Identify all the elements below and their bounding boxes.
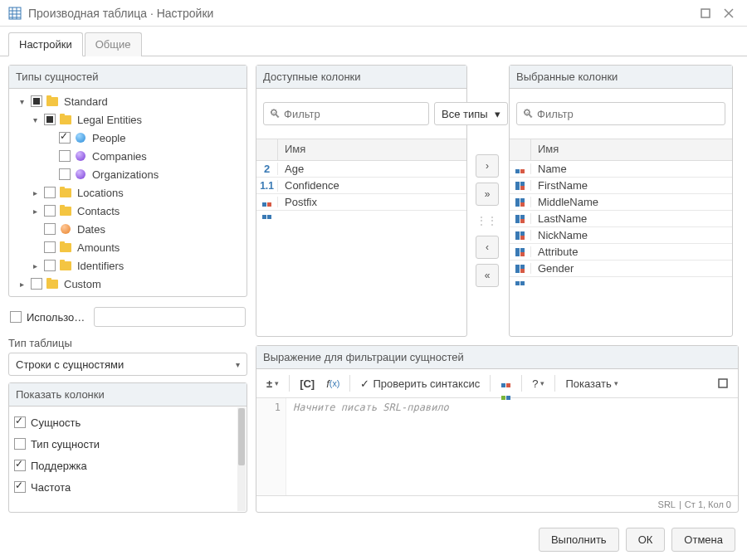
table-row[interactable]: FirstName <box>510 178 732 194</box>
move-right-button[interactable]: › <box>476 154 499 178</box>
selected-filterbar: 🔍︎ <box>510 95 732 132</box>
checkbox[interactable] <box>14 438 26 450</box>
scrollbar[interactable] <box>237 407 246 511</box>
checkbox[interactable] <box>44 114 56 125</box>
name-col-header[interactable]: Имя <box>531 139 732 160</box>
tree-identifiers[interactable]: ▸ Identifiers <box>9 256 247 275</box>
checkbox[interactable] <box>59 150 71 162</box>
tree-companies[interactable]: Companies <box>9 147 247 165</box>
tree-contacts[interactable]: ▸ Contacts <box>9 202 247 220</box>
separator <box>289 375 290 392</box>
checkbox[interactable] <box>44 205 56 217</box>
available-filter[interactable]: 🔍︎ <box>263 102 429 125</box>
maximize-icon[interactable] <box>696 3 715 23</box>
expand-icon[interactable]: ▸ <box>29 205 41 217</box>
checkbox[interactable] <box>14 481 26 493</box>
move-all-left-button[interactable]: « <box>476 264 499 287</box>
label: Сущность <box>31 416 81 429</box>
enum-type-icon <box>515 163 525 174</box>
bracket-button[interactable]: [C] <box>295 373 320 394</box>
enum-type-icon <box>261 197 272 207</box>
show-dropdown[interactable]: Показать ▾ <box>560 373 622 394</box>
spacer <box>44 132 56 144</box>
name-col-header[interactable]: Имя <box>278 139 466 160</box>
help-button[interactable]: ?▾ <box>527 373 549 394</box>
folder-icon <box>59 113 72 126</box>
expand-icon[interactable]: ▸ <box>29 260 41 271</box>
grid-button[interactable] <box>496 373 516 394</box>
spacer <box>44 168 56 180</box>
tree-legal-entities[interactable]: ▾ Legal Entities <box>9 110 247 129</box>
showcol-frequency[interactable]: Частота <box>12 476 243 498</box>
checkbox[interactable] <box>31 278 42 290</box>
cell: Age <box>278 163 466 175</box>
expression-editor[interactable]: 1 Начните писать SRL-правило <box>256 398 738 495</box>
cell: MiddleName <box>531 196 732 208</box>
tree-locations[interactable]: ▸ Locations <box>9 183 247 202</box>
table-type-block: Тип таблицы Строки с сущностями ▾ <box>8 337 247 376</box>
checkbox[interactable] <box>44 187 56 198</box>
selected-filter[interactable]: 🔍︎ <box>516 102 725 125</box>
expand-icon[interactable]: ▸ <box>29 187 41 198</box>
table-row[interactable]: 2 Age <box>256 161 466 178</box>
svg-rect-6 <box>701 9 710 17</box>
checkbox[interactable] <box>14 460 26 471</box>
grid-icon <box>500 378 511 389</box>
fullscreen-button[interactable] <box>713 373 733 394</box>
table-row[interactable]: Attribute <box>510 244 732 261</box>
tree-dates[interactable]: Dates <box>9 220 247 238</box>
collapse-icon[interactable]: ▾ <box>29 114 41 125</box>
showcol-entity-type[interactable]: Тип сущности <box>12 433 243 455</box>
checkbox[interactable] <box>14 416 26 428</box>
checkbox[interactable] <box>31 95 42 107</box>
checkbox[interactable] <box>59 168 71 180</box>
cancel-button[interactable]: Отмена <box>671 528 735 552</box>
table-row[interactable]: 1.1 Confidence <box>256 178 466 194</box>
move-left-button[interactable]: ‹ <box>476 236 499 259</box>
expression-panel: Выражение для фильтрации сущностей ±▾ [C… <box>256 345 739 513</box>
enum-type-icon <box>515 180 525 191</box>
code-area[interactable]: Начните писать SRL-правило <box>286 398 738 495</box>
tab-general[interactable]: Общие <box>85 32 142 56</box>
checkbox[interactable] <box>44 223 56 235</box>
tree-custom[interactable]: ▸ Custom <box>9 275 247 293</box>
tree-standard[interactable]: ▾ Standard <box>9 92 247 110</box>
expand-icon[interactable]: ▸ <box>16 278 27 290</box>
function-button[interactable]: f(x) <box>321 373 344 394</box>
tab-settings[interactable]: Настройки <box>8 32 83 56</box>
scrollbar-thumb[interactable] <box>238 408 245 465</box>
filter-input[interactable] <box>284 108 423 120</box>
table-row[interactable]: Gender <box>510 261 732 277</box>
checkbox[interactable] <box>44 260 56 271</box>
tree-label: Locations <box>77 187 124 199</box>
tree-organizations[interactable]: Organizations <box>9 165 247 183</box>
table-row[interactable]: Postfix <box>256 194 466 211</box>
table-row[interactable]: MiddleName <box>510 194 732 211</box>
columns-row: Доступные колонки 🔍︎ Все типы ▾ Имя <box>256 65 739 337</box>
close-icon[interactable] <box>719 3 739 23</box>
move-all-right-button[interactable]: » <box>476 183 499 206</box>
bottom-button-bar: Выполнить ОК Отмена <box>0 521 747 560</box>
table-type-dropdown[interactable]: Строки с сущностями ▾ <box>8 353 247 376</box>
check-syntax-button[interactable]: ✓ Проверить синтаксис <box>355 373 485 394</box>
showcol-entity[interactable]: Сущность <box>12 411 243 433</box>
entity-types-header: Типы сущностей <box>9 66 247 89</box>
table-row[interactable]: Name <box>510 161 732 178</box>
table-row[interactable]: LastName <box>510 211 732 227</box>
tree-amounts[interactable]: Amounts <box>9 238 247 256</box>
cell: LastName <box>531 212 732 225</box>
drag-handle-icon: ⋮⋮ <box>476 211 499 231</box>
checkbox[interactable] <box>44 241 56 253</box>
template-input[interactable] <box>94 307 246 327</box>
ok-button[interactable]: ОК <box>626 528 666 552</box>
cell: FirstName <box>531 179 732 192</box>
collapse-icon[interactable]: ▾ <box>16 95 27 107</box>
table-row[interactable]: NickName <box>510 227 732 244</box>
filter-input[interactable] <box>537 108 720 120</box>
use-template-checkbox[interactable] <box>10 311 22 323</box>
showcol-support[interactable]: Поддержка <box>12 455 243 476</box>
checkbox[interactable] <box>59 132 71 144</box>
tree-people[interactable]: People <box>9 129 247 147</box>
plus-minus-button[interactable]: ±▾ <box>261 373 284 394</box>
execute-button[interactable]: Выполнить <box>539 528 619 552</box>
